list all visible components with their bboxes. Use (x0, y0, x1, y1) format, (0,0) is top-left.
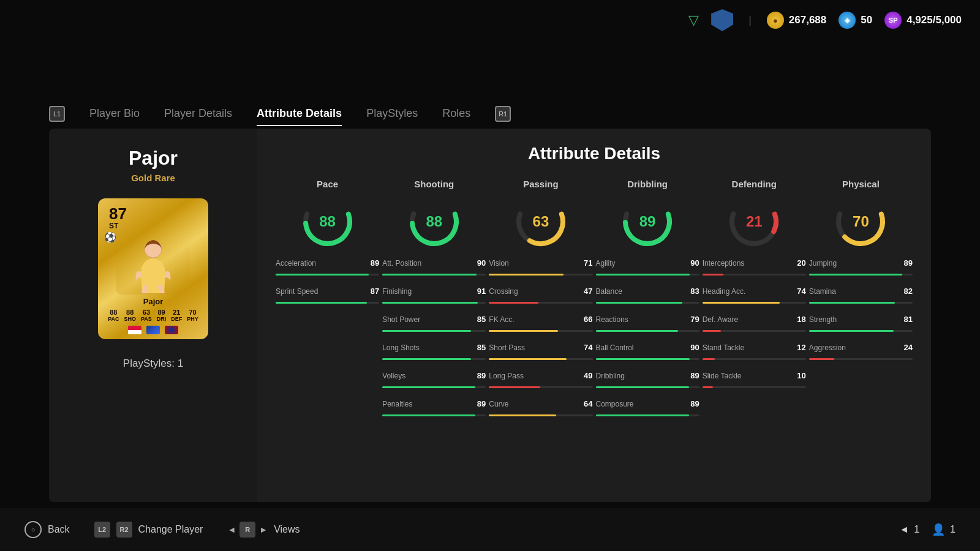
gauge-value: 88 (426, 213, 442, 230)
attr-gauge-physical: 70 (833, 194, 888, 249)
stat-label: Att. Position (382, 259, 431, 268)
change-player-button[interactable]: L2 R2 Change Player (94, 522, 203, 538)
l2-icon: L2 (94, 522, 110, 538)
sp-display: SP 4,925/5,000 (884, 12, 962, 29)
stat-row: Finishing91 (382, 287, 486, 296)
stat-label: Interceptions (703, 259, 752, 268)
stat-item: Agility90 (596, 258, 699, 282)
stat-row: Interceptions20 (703, 258, 806, 268)
stat-bar-container (703, 274, 806, 276)
stat-label: Agility (596, 259, 645, 268)
stat-row: Long Shots85 (382, 343, 486, 352)
stat-label: Heading Acc. (703, 287, 752, 296)
stat-row: Slide Tackle10 (703, 371, 806, 380)
stat-bar (489, 414, 556, 416)
stat-item: Short Pass74 (489, 343, 592, 366)
stat-item: Ball Control90 (596, 343, 699, 366)
stat-bar-container (489, 358, 592, 360)
stat-bar (596, 386, 689, 388)
stat-value: 47 (578, 287, 593, 296)
stat-bar (703, 386, 713, 388)
r-icon: R (239, 522, 255, 538)
stat-label: Curve (489, 400, 538, 408)
tab-player-bio[interactable]: Player Bio (89, 104, 140, 123)
tab-player-details[interactable]: Player Details (164, 104, 232, 123)
coins-display: ● 267,688 (767, 12, 826, 29)
stat-item: Acceleration89 (276, 258, 379, 282)
stat-label: Def. Aware (703, 315, 752, 324)
stat-row: Crossing47 (489, 287, 592, 296)
back-button[interactable]: ○ Back (24, 521, 70, 538)
stat-value: 89 (897, 258, 913, 268)
points-value: 50 (861, 14, 872, 26)
stat-label: Long Shots (382, 343, 431, 352)
stat-bar (596, 302, 683, 304)
stat-value: 79 (684, 315, 699, 324)
attr-col-defending: Defending 21Interceptions20Heading Acc.7… (703, 179, 806, 427)
stat-value: 89 (470, 371, 486, 380)
stat-item: Stamina82 (809, 287, 913, 310)
top-bar: ▽ | ● 267,688 ◈ 50 SP 4,925/5,000 (670, 0, 980, 40)
stat-bar (276, 302, 367, 304)
stat-label: Crossing (489, 287, 538, 296)
stat-row: Composure89 (596, 399, 699, 408)
points-display: ◈ 50 (839, 12, 872, 29)
stat-label: Stand Tackle (703, 343, 752, 352)
r1-icon: R1 (495, 106, 511, 122)
gauge-value: 88 (319, 213, 336, 230)
views-button[interactable]: ◄ R ► Views (227, 522, 300, 538)
stat-bar (809, 358, 834, 360)
attr-gauge-dribbling: 89 (620, 194, 675, 249)
card-rating: 87 (109, 206, 127, 222)
stat-item: Curve64 (489, 399, 592, 422)
stat-value: 90 (684, 343, 699, 352)
stat-label: Dribbling (596, 372, 645, 380)
stat-value: 74 (578, 343, 593, 352)
attr-gauge-pace: 88 (300, 194, 355, 249)
stat-bar (596, 274, 690, 276)
tab-attribute-details[interactable]: Attribute Details (257, 104, 342, 123)
sp-value: 4,925/5,000 (907, 14, 962, 26)
player-card: 87 ST ⚽ (98, 198, 208, 339)
stat-item: Att. Position90 (382, 258, 486, 282)
stat-item: Vision71 (489, 258, 592, 282)
stat-value: 64 (578, 399, 593, 408)
stat-bar (703, 274, 723, 276)
stat-bar-container (809, 274, 913, 276)
stat-row: Long Pass49 (489, 371, 592, 380)
stat-row: Heading Acc.74 (703, 287, 806, 296)
stat-item: Heading Acc.74 (703, 287, 806, 310)
stat-label: Penalties (382, 400, 431, 408)
stat-bar (596, 358, 690, 360)
stat-value: 87 (364, 287, 379, 296)
stat-label: FK Acc. (489, 315, 538, 324)
stat-label: Ball Control (596, 343, 645, 352)
stat-item: Shot Power85 (382, 315, 486, 338)
stat-value: 74 (791, 287, 806, 296)
tab-roles[interactable]: Roles (442, 104, 470, 123)
tab-playstyles[interactable]: PlayStyles (366, 104, 418, 123)
stat-item: Dribbling89 (596, 371, 699, 394)
stat-label: Composure (596, 400, 645, 408)
attr-gauge-passing: 63 (513, 194, 568, 249)
stat-value: 89 (684, 399, 699, 408)
stat-item: Jumping89 (809, 258, 913, 282)
stat-bar-container (382, 358, 486, 360)
stat-value: 85 (470, 315, 486, 324)
stat-bar-container (489, 386, 592, 388)
coin-icon: ● (767, 12, 784, 29)
stat-value: 24 (897, 343, 913, 352)
stat-item: Finishing91 (382, 287, 486, 310)
stat-row: Jumping89 (809, 258, 913, 268)
card-stats: 88PAC 88SHO 63PAS 89DRI 21DEF 70PHY (108, 309, 198, 322)
stat-row: Strength81 (809, 315, 913, 324)
club-badge (165, 326, 178, 334)
stat-item: Sprint Speed87 (276, 287, 379, 310)
stat-value: 12 (791, 343, 806, 352)
stat-item: Slide Tackle10 (703, 371, 806, 394)
stat-row: Short Pass74 (489, 343, 592, 352)
stat-bar-container (703, 330, 806, 332)
attr-col-passing: Passing 63Vision71Crossing47FK Acc.66Sho… (489, 179, 592, 427)
bottom-right: ◄ 1 👤 1 (899, 523, 956, 536)
stat-bar-container (809, 302, 913, 304)
